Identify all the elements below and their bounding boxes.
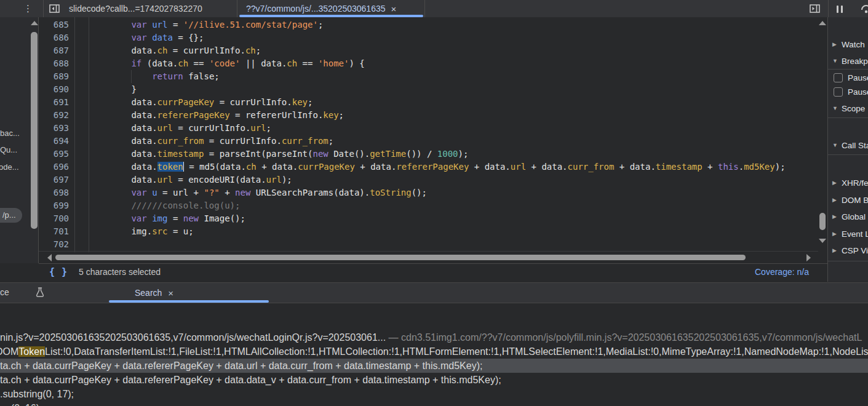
line-number-gutter[interactable]: 6856866876886896906916926936946956966976… <box>39 18 69 251</box>
pause-script-icon[interactable] <box>837 4 845 15</box>
line-number[interactable]: 692 <box>39 109 69 122</box>
line-number[interactable]: 696 <box>39 161 69 173</box>
navigator-file-item[interactable]: ode... <box>0 162 19 172</box>
sidebar-section-header[interactable]: ▼Scope <box>828 102 868 115</box>
line-number[interactable]: 687 <box>39 44 69 57</box>
scroll-left-icon[interactable] <box>47 254 52 261</box>
code-line[interactable]: return false; <box>90 70 818 83</box>
line-number[interactable]: 700 <box>39 212 69 225</box>
line-number[interactable]: 698 <box>39 186 69 199</box>
sidebar-section-header[interactable]: ▶XHR/fetch Breakpoints <box>828 176 868 189</box>
sidebar-checkbox-row[interactable]: Pause on uncaught exceptions <box>828 71 868 84</box>
chevron-expanded-icon[interactable]: ▼ <box>832 105 838 111</box>
close-tab-icon[interactable]: × <box>391 4 397 14</box>
code-line[interactable]: data.refererPageKey = refererUrlInfo.key… <box>90 109 818 122</box>
kebab-menu-icon[interactable]: ⋮ <box>23 2 33 15</box>
code-line[interactable]: data.curr_from = currUrlInfo.curr_from; <box>90 135 818 148</box>
navigator-scrollbar-thumb[interactable] <box>31 32 38 229</box>
sidebar-section-header[interactable]: ▶CSP Violation Breakpoints <box>828 244 868 257</box>
chevron-expanded-icon[interactable]: ▼ <box>832 58 838 64</box>
scroll-up-icon[interactable] <box>31 21 38 25</box>
chevron-expanded-icon[interactable]: ▼ <box>832 142 838 148</box>
section-divider <box>828 154 868 155</box>
scroll-down-icon[interactable] <box>819 239 826 243</box>
line-number[interactable]: 693 <box>39 122 69 135</box>
scroll-up-icon[interactable] <box>819 21 826 25</box>
chevron-collapsed-icon[interactable]: ▶ <box>832 247 838 253</box>
sidebar-section-header[interactable]: ▶Global Listeners <box>828 210 868 223</box>
search-result-line[interactable]: ng(0, 16); <box>0 401 868 406</box>
line-number[interactable]: 688 <box>39 57 69 70</box>
tab-label: ??v7/common/js/...35202503061635 <box>246 4 386 14</box>
code-line[interactable]: data.token = md5(data.ch + data.currPage… <box>90 161 818 173</box>
line-number[interactable]: 701 <box>39 225 69 238</box>
line-number[interactable]: 691 <box>39 96 69 109</box>
code-line[interactable]: var img = new Image(); <box>90 212 818 225</box>
section-label: Call Stack <box>842 141 868 150</box>
checkbox[interactable] <box>834 73 843 82</box>
line-number[interactable]: 685 <box>39 18 69 31</box>
code-line[interactable]: data.currPageKey = currUrlInfo.key; <box>90 96 818 109</box>
chevron-collapsed-icon[interactable]: ▶ <box>832 197 838 203</box>
line-number[interactable]: 702 <box>39 238 69 251</box>
sidebar-checkbox-row[interactable]: Pause on caught exceptions <box>828 85 868 98</box>
code-content[interactable]: var url = '//ilive.51.com/stat/page'; va… <box>90 18 818 251</box>
sidebar-section-header[interactable]: ▼Call Stack <box>828 138 868 152</box>
navigator-file-item[interactable]: bac... <box>0 129 20 138</box>
code-line[interactable] <box>90 238 818 251</box>
code-line[interactable]: data.url = encodeURI(data.url); <box>90 173 818 186</box>
code-line[interactable]: data.url = currUrlInfo.url; <box>90 122 818 135</box>
sidebar-section-header[interactable]: ▶Watch <box>828 38 868 51</box>
chevron-collapsed-icon[interactable]: ▶ <box>832 41 838 47</box>
search-result-line[interactable]: .substring(0, 17); <box>0 387 868 401</box>
sidebar-section-header[interactable]: ▶Event Listener Breakpoints <box>828 227 868 241</box>
sidebar-section-header[interactable]: ▶DOM Breakpoints <box>828 193 868 207</box>
chevron-collapsed-icon[interactable]: ▶ <box>832 231 838 237</box>
line-number[interactable]: 695 <box>39 148 69 161</box>
close-search-icon[interactable]: × <box>168 288 173 298</box>
line-number[interactable]: 686 <box>39 31 69 44</box>
editor-horizontal-scrollbar[interactable] <box>39 251 818 263</box>
sidebar-section-header[interactable]: ▼Breakpoints <box>828 54 868 68</box>
code-line[interactable]: var url = '//ilive.51.com/stat/page'; <box>90 18 818 31</box>
search-result-line[interactable]: ta.ch + data.currPageKey + data.refererP… <box>0 373 868 387</box>
pretty-print-icon[interactable]: { } <box>49 266 68 277</box>
line-number[interactable]: 689 <box>39 70 69 83</box>
checkbox[interactable] <box>834 87 843 97</box>
code-line[interactable]: if (data.ch == 'code' || data.ch == 'hom… <box>90 57 818 70</box>
code-line[interactable]: //////console.log(u); <box>90 199 818 212</box>
chevron-collapsed-icon[interactable]: ▶ <box>832 180 838 186</box>
search-result-file-header[interactable]: nin.js?v=202503061635202503061635,v7/com… <box>0 330 868 344</box>
experiments-flask-icon[interactable] <box>35 287 45 298</box>
step-over-icon[interactable] <box>860 3 868 14</box>
scrollbar-thumb[interactable] <box>819 213 826 230</box>
line-number[interactable]: 699 <box>39 199 69 212</box>
section-divider <box>828 261 868 261</box>
tab-slidecode[interactable]: slidecode?callb...=1742027832270 <box>69 0 202 17</box>
toggle-debugger-sidebar-icon[interactable] <box>810 4 821 14</box>
chevron-collapsed-icon[interactable]: ▶ <box>832 213 838 220</box>
scroll-right-icon[interactable] <box>806 254 811 261</box>
code-editor: 6856866876886896906916926936946956966976… <box>39 17 827 282</box>
result-file-url: cdn3.51img1.com/??v7/common/js/polyfill.… <box>401 332 862 343</box>
drawer-tab-fragment[interactable]: ce <box>0 287 9 297</box>
navigator-selected-item[interactable]: /p... <box>0 208 22 223</box>
line-number[interactable]: 694 <box>39 135 69 148</box>
code-line[interactable]: data.timestamp = parseInt(parseInt(new D… <box>90 148 818 161</box>
navigator-file-item[interactable]: jQu... <box>0 145 17 154</box>
line-number[interactable]: 690 <box>39 83 69 96</box>
code-line[interactable]: data.ch = currUrlInfo.ch; <box>90 44 818 57</box>
devtools-sources-panel: ⋮ slidecode?callb...=1742027832270 ??v7/… <box>0 0 868 406</box>
toggle-navigator-icon[interactable] <box>49 4 60 14</box>
code-line[interactable]: img.src = u; <box>90 225 818 238</box>
coverage-link[interactable]: Coverage: n/a <box>755 267 809 277</box>
result-text: DOM <box>0 346 18 357</box>
scrollbar-thumb[interactable] <box>55 255 746 260</box>
code-line[interactable]: } <box>90 83 818 96</box>
editor-vertical-scrollbar[interactable] <box>818 17 827 251</box>
code-line[interactable]: var data = {}; <box>90 31 818 44</box>
code-line[interactable]: var u = url + "?" + new URLSearchParams(… <box>90 186 818 199</box>
line-number[interactable]: 697 <box>39 173 69 186</box>
search-result-line[interactable]: ta.ch + data.currPageKey + data.refererP… <box>0 359 868 373</box>
search-result-line[interactable]: DOMTokenList:!0,DataTransferItemList:!1,… <box>0 344 868 359</box>
